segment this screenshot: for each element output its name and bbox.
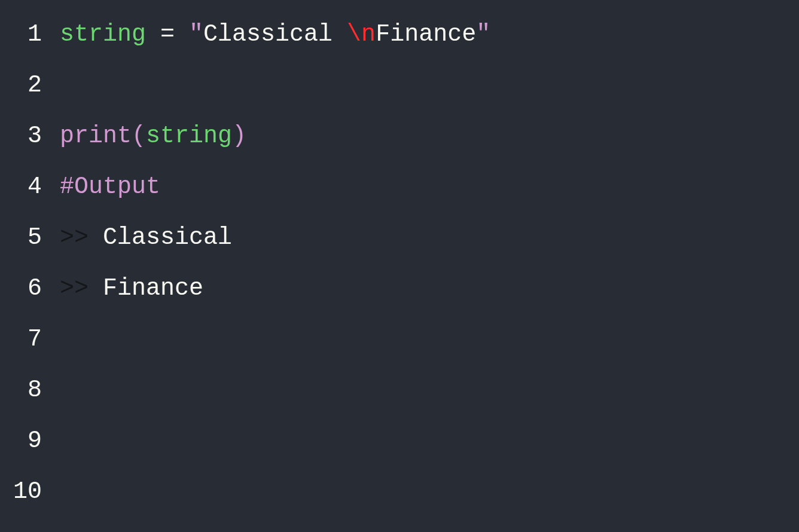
output-prompt-token: >> <box>60 224 103 251</box>
string-quote-token: " <box>189 21 203 48</box>
escape-token: \n <box>347 21 376 48</box>
code-line[interactable] <box>60 314 799 365</box>
line-number: 5 <box>0 212 42 263</box>
code-line[interactable]: print(string) <box>60 111 799 161</box>
comment-token: #Output <box>60 173 160 200</box>
code-line[interactable]: >> Classical <box>60 212 799 263</box>
line-number: 1 <box>0 9 42 60</box>
code-line[interactable]: >> Finance <box>60 263 799 314</box>
code-editor[interactable]: 1 2 3 4 5 6 7 8 9 10 string = "Classical… <box>0 0 799 517</box>
string-token: Finance <box>376 21 476 48</box>
code-area[interactable]: string = "Classical \nFinance" print(str… <box>60 9 799 517</box>
line-number: 7 <box>0 314 42 365</box>
string-token: Classical <box>203 21 347 48</box>
output-prompt-token: >> <box>60 275 103 302</box>
variable-token: string <box>146 123 232 149</box>
operator-token: = <box>146 21 189 48</box>
paren-token: ) <box>232 123 246 149</box>
line-number: 6 <box>0 263 42 314</box>
output-text-token: Finance <box>103 275 203 302</box>
line-number: 9 <box>0 415 42 466</box>
code-line[interactable] <box>60 466 799 517</box>
code-line[interactable] <box>60 415 799 466</box>
line-number: 8 <box>0 365 42 415</box>
code-line[interactable]: string = "Classical \nFinance" <box>60 9 799 60</box>
variable-token: string <box>60 21 146 48</box>
code-line[interactable] <box>60 365 799 415</box>
line-number: 10 <box>0 466 42 517</box>
output-text-token: Classical <box>103 224 232 251</box>
code-line[interactable]: #Output <box>60 161 799 212</box>
code-line[interactable] <box>60 60 799 111</box>
line-number-gutter: 1 2 3 4 5 6 7 8 9 10 <box>0 9 60 517</box>
function-token: print <box>60 123 132 149</box>
line-number: 2 <box>0 60 42 111</box>
string-quote-token: " <box>476 21 490 48</box>
paren-token: ( <box>132 123 146 149</box>
line-number: 3 <box>0 111 42 161</box>
line-number: 4 <box>0 161 42 212</box>
